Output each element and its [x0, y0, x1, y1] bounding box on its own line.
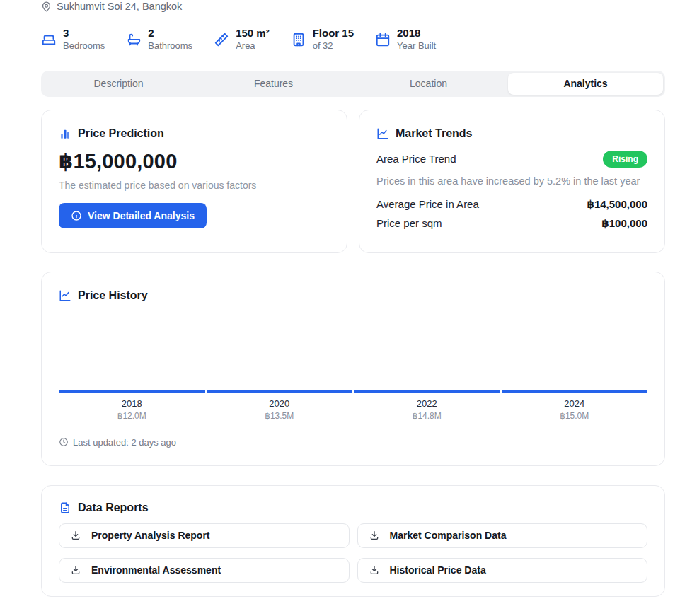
stat-value: 150 m²: [236, 27, 270, 40]
trend-description: Prices in this area have increased by 5.…: [376, 174, 645, 189]
chart-value-label: ฿15.0M: [502, 411, 648, 421]
last-updated-text: Last updated: 2 days ago: [73, 437, 176, 448]
stat-label: Year Built: [397, 40, 436, 52]
bed-icon: [41, 32, 57, 47]
line-chart-icon: [376, 127, 389, 140]
row-label: Average Price in Area: [376, 198, 479, 210]
stat-floor: Floor 15 of 32: [291, 27, 354, 52]
property-stats: 3 Bedrooms 2 Bathrooms 150 m² Area Floor…: [41, 27, 665, 52]
tab-location[interactable]: Location: [351, 71, 506, 97]
price-subtitle: The estimated price based on various fac…: [59, 180, 330, 191]
download-icon: [369, 564, 380, 576]
chart-year-label: 2020: [207, 398, 353, 409]
info-icon: [71, 210, 82, 221]
download-historical-price-data-button[interactable]: Historical Price Data: [357, 558, 648, 583]
chart-column-2024: 2024 ฿15.0M: [502, 312, 648, 421]
stat-label: Bathrooms: [148, 40, 192, 52]
tab-bar: Description Features Location Analytics: [41, 71, 665, 97]
clock-icon: [59, 437, 69, 447]
analytics-cards-row: Price Prediction ฿15,000,000 The estimat…: [41, 110, 665, 253]
chart-divider: [59, 426, 647, 426]
stat-label: Bedrooms: [63, 40, 105, 52]
download-property-analysis-report-button[interactable]: Property Analysis Report: [59, 523, 350, 548]
download-market-comparison-data-button[interactable]: Market Comparison Data: [357, 523, 648, 548]
chart-line-segment: [502, 312, 648, 393]
average-price-row: Average Price in Area ฿14,500,000: [376, 198, 647, 211]
stat-value: 2018: [397, 27, 436, 40]
button-label: View Detailed Analysis: [88, 210, 195, 221]
row-value: ฿14,500,000: [587, 198, 647, 211]
market-trends-header: Market Trends: [376, 127, 647, 140]
price-history-header: Price History: [59, 289, 647, 302]
line-chart-icon: [59, 289, 71, 302]
stat-bedrooms: 3 Bedrooms: [41, 27, 105, 52]
market-trends-card: Market Trends Area Price Trend Rising Pr…: [359, 110, 665, 253]
card-title: Price Prediction: [78, 127, 164, 140]
trend-stats: Average Price in Area ฿14,500,000 Price …: [376, 198, 647, 230]
price-prediction-card: Price Prediction ฿15,000,000 The estimat…: [41, 110, 347, 253]
stat-area: 150 m² Area: [214, 27, 270, 52]
card-title: Price History: [78, 289, 148, 302]
property-analytics-page: Sukhumvit Soi 24, Bangkok 3 Bedrooms 2 B…: [0, 0, 680, 616]
report-label: Property Analysis Report: [91, 530, 210, 541]
download-icon: [369, 530, 380, 541]
reports-grid: Property Analysis Report Market Comparis…: [59, 523, 647, 583]
stat-label: Area: [236, 40, 270, 52]
price-per-sqm-row: Price per sqm ฿100,000: [376, 217, 647, 230]
tab-analytics[interactable]: Analytics: [508, 73, 663, 95]
download-icon: [70, 564, 81, 576]
map-pin-icon: [41, 1, 52, 12]
row-label: Price per sqm: [376, 217, 442, 229]
stat-year-built: 2018 Year Built: [375, 27, 436, 52]
chart-column-2020: 2020 ฿13.5M: [207, 312, 353, 421]
chart-value-label: ฿14.8M: [354, 411, 500, 421]
rising-status-badge: Rising: [603, 151, 647, 168]
price-history-card: Price History 2018 ฿12.0M 2020 ฿13.5M 20…: [41, 272, 665, 466]
stat-label: of 32: [313, 40, 354, 52]
last-updated-row: Last updated: 2 days ago: [59, 437, 647, 448]
chart-year-label: 2022: [354, 398, 500, 409]
view-detailed-analysis-button[interactable]: View Detailed Analysis: [59, 203, 207, 228]
property-location: Sukhumvit Soi 24, Bangkok: [41, 0, 665, 12]
tab-features[interactable]: Features: [196, 71, 351, 97]
stat-value: 2: [148, 27, 192, 40]
download-environmental-assessment-button[interactable]: Environmental Assessment: [59, 558, 350, 583]
bath-icon: [126, 32, 142, 47]
calendar-icon: [375, 32, 391, 47]
ruler-icon: [214, 32, 229, 47]
bar-chart-icon: [59, 127, 71, 140]
trend-label: Area Price Trend: [376, 153, 456, 165]
tab-description[interactable]: Description: [41, 71, 196, 97]
chart-line-segment: [59, 312, 205, 393]
stat-value: 3: [63, 27, 105, 40]
download-icon: [70, 530, 81, 541]
data-reports-header: Data Reports: [59, 501, 647, 514]
chart-line-segment: [354, 312, 500, 393]
area-price-trend-row: Area Price Trend Rising: [376, 151, 647, 168]
location-text: Sukhumvit Soi 24, Bangkok: [57, 1, 182, 12]
card-title: Data Reports: [78, 501, 149, 514]
predicted-price: ฿15,000,000: [59, 149, 330, 173]
building-icon: [291, 32, 306, 47]
price-history-chart: 2018 ฿12.0M 2020 ฿13.5M 2022 ฿14.8M 2024…: [59, 312, 647, 421]
chart-value-label: ฿12.0M: [59, 411, 205, 421]
report-label: Environmental Assessment: [91, 564, 221, 576]
stat-value: Floor 15: [313, 27, 354, 40]
data-reports-card: Data Reports Property Analysis Report Ma…: [41, 485, 665, 597]
report-label: Historical Price Data: [390, 564, 486, 576]
price-prediction-header: Price Prediction: [59, 127, 330, 140]
card-title: Market Trends: [396, 127, 472, 140]
chart-column-2018: 2018 ฿12.0M: [59, 312, 205, 421]
chart-line-segment: [207, 312, 353, 393]
chart-year-label: 2024: [502, 398, 648, 409]
stat-bathrooms: 2 Bathrooms: [126, 27, 192, 52]
chart-value-label: ฿13.5M: [207, 411, 353, 421]
chart-column-2022: 2022 ฿14.8M: [354, 312, 500, 421]
report-label: Market Comparison Data: [390, 530, 507, 541]
row-value: ฿100,000: [601, 217, 647, 230]
file-icon: [59, 501, 71, 514]
chart-year-label: 2018: [59, 398, 205, 409]
